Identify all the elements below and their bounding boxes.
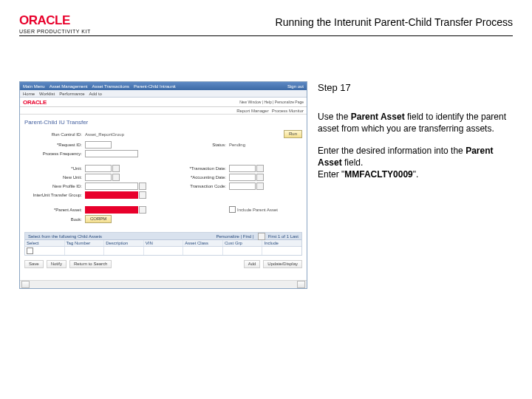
calendar-icon[interactable] bbox=[256, 174, 264, 181]
status-label: Status: bbox=[163, 143, 229, 147]
lookup-icon[interactable] bbox=[139, 206, 146, 214]
toolbar-link[interactable]: Worklist bbox=[39, 92, 55, 96]
include-parent-label: Include Parent Asset bbox=[237, 208, 278, 212]
add-button[interactable]: Add bbox=[244, 260, 261, 268]
new-unit-input[interactable] bbox=[85, 174, 112, 181]
acct-date-label: *Accounting Date: bbox=[163, 175, 229, 180]
col-vin: VIN bbox=[144, 240, 184, 246]
lookup-icon[interactable] bbox=[139, 183, 146, 190]
unit-input[interactable] bbox=[85, 165, 112, 172]
instruction-panel: Step 17 Use the Parent Asset field to id… bbox=[318, 81, 511, 191]
instruction-paragraph: Enter the desired information into the P… bbox=[318, 145, 511, 181]
toolbar-link[interactable]: Home bbox=[23, 92, 35, 96]
grid-personalize[interactable]: Personalize | Find | bbox=[216, 234, 254, 239]
new-unit-label: New Unit: bbox=[24, 175, 85, 180]
child-assets-grid: Select from the following Child Assets P… bbox=[24, 232, 302, 256]
form-footer: Save Notify Return to Search Add Update/… bbox=[20, 257, 307, 271]
iu-transfer-label: InterUnit Transfer Group: bbox=[24, 193, 85, 197]
request-id-input[interactable] bbox=[85, 141, 112, 149]
trans-date-input[interactable] bbox=[229, 165, 256, 172]
crumb[interactable]: Parent-Child Intraunit bbox=[134, 84, 176, 89]
instruction-paragraph: Use the Parent Asset field to identify t… bbox=[318, 111, 511, 134]
horizontal-scrollbar[interactable] bbox=[20, 280, 307, 288]
app-oracle-logo: ORACLE bbox=[23, 99, 47, 106]
app-brandbar: ORACLE New Window | Help | Personalize P… bbox=[20, 98, 307, 107]
trans-date-label: *Transaction Date: bbox=[163, 166, 229, 171]
section-title: Parent-Child IU Transfer bbox=[20, 115, 307, 127]
iu-transfer-input[interactable] bbox=[85, 191, 138, 199]
signout-link[interactable]: Sign out bbox=[287, 84, 304, 89]
trans-code-label: Transaction Code: bbox=[163, 184, 229, 188]
include-parent-checkbox[interactable] bbox=[229, 206, 236, 213]
row-select-checkbox[interactable] bbox=[27, 248, 33, 254]
process-freq-select[interactable] bbox=[85, 150, 138, 157]
app-sublinks: Report Manager Process Monitor bbox=[20, 107, 307, 115]
crumb[interactable]: Asset Transactions bbox=[92, 84, 129, 89]
app-breadcrumb: Main Menu Asset Management Asset Transac… bbox=[20, 82, 307, 90]
process-mon-link[interactable]: Process Monitor bbox=[272, 109, 304, 113]
app-toolbar: Home Worklist Performance Add to bbox=[20, 90, 307, 98]
book-value[interactable]: CORPM bbox=[85, 215, 112, 223]
grid-range: First 1 of 1 Last bbox=[268, 234, 299, 239]
acct-date-input[interactable] bbox=[229, 174, 256, 181]
step-label: Step 17 bbox=[318, 81, 511, 95]
process-freq-label: Process Frequency: bbox=[24, 151, 85, 156]
brand-block: ORACLE USER PRODUCTIVITY KIT bbox=[19, 13, 91, 34]
grid-title: Select from the following Child Assets bbox=[28, 234, 102, 239]
product-name: USER PRODUCTIVITY KIT bbox=[19, 29, 91, 34]
update-button[interactable]: Update/Display bbox=[263, 260, 302, 268]
col-select: Select bbox=[25, 240, 65, 246]
parent-asset-label: *Parent Asset: bbox=[24, 208, 85, 212]
col-include: Include bbox=[262, 240, 301, 246]
status-value: Pending bbox=[229, 143, 245, 147]
scroll-right-icon[interactable] bbox=[297, 281, 305, 288]
form-area: Run Control ID: Asset_ReportGroup Run *R… bbox=[20, 127, 307, 229]
toolbar-link[interactable]: Performance bbox=[59, 92, 84, 96]
grid-zoom-icon[interactable] bbox=[258, 233, 265, 240]
save-button[interactable]: Save bbox=[24, 260, 44, 268]
calendar-icon[interactable] bbox=[256, 165, 264, 172]
crumb[interactable]: Asset Management bbox=[50, 84, 88, 89]
run-control-label: Run Control ID: bbox=[24, 132, 85, 137]
screenshot-panel: Main Menu Asset Management Asset Transac… bbox=[19, 81, 307, 289]
page-title: Running the Interunit Parent-Child Trans… bbox=[276, 16, 513, 28]
crumb[interactable]: Main Menu bbox=[23, 84, 45, 89]
trans-code-input[interactable] bbox=[229, 183, 256, 190]
new-profile-input[interactable] bbox=[85, 183, 138, 190]
col-asset-class: Asset Class bbox=[183, 240, 223, 246]
oracle-logo: ORACLE bbox=[19, 13, 91, 28]
request-id-label: *Request ID: bbox=[24, 143, 85, 147]
report-mgr-link[interactable]: Report Manager bbox=[236, 109, 268, 113]
notify-button[interactable]: Notify bbox=[47, 260, 66, 268]
toolbar-link[interactable]: Add to bbox=[89, 92, 102, 96]
app-quicklinks[interactable]: New Window | Help | Personalize Page bbox=[239, 100, 304, 104]
table-row[interactable] bbox=[25, 247, 301, 255]
new-profile-label: New Profile ID: bbox=[24, 184, 85, 188]
lookup-icon[interactable] bbox=[139, 191, 146, 199]
return-button[interactable]: Return to Search bbox=[69, 260, 112, 268]
app-window: Main Menu Asset Management Asset Transac… bbox=[19, 81, 307, 289]
unit-label: *Unit: bbox=[24, 166, 85, 171]
parent-asset-input[interactable] bbox=[85, 206, 138, 214]
header-rule bbox=[19, 35, 513, 36]
col-desc: Description bbox=[104, 240, 144, 246]
lookup-icon[interactable] bbox=[112, 165, 120, 172]
lookup-icon[interactable] bbox=[256, 183, 264, 190]
run-button[interactable]: Run bbox=[284, 130, 302, 138]
col-cust-grp: Cust Grp bbox=[223, 240, 263, 246]
field-name: Parent Asset bbox=[351, 112, 405, 122]
run-control-value: Asset_ReportGroup bbox=[85, 132, 124, 137]
col-tag: Tag Number bbox=[65, 240, 105, 246]
entry-value: MMFACLTY0009 bbox=[344, 169, 412, 180]
lookup-icon[interactable] bbox=[112, 174, 120, 181]
scroll-left-icon[interactable] bbox=[21, 281, 30, 288]
book-label: Book: bbox=[24, 217, 85, 222]
